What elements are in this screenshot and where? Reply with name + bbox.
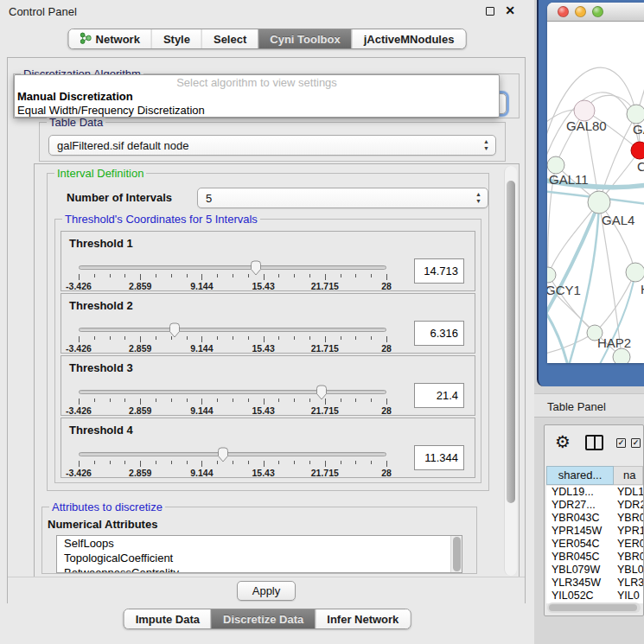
network-edge-highlighted[interactable] (547, 307, 568, 363)
table-data-label: Table Data (47, 116, 105, 129)
node-label: C (637, 159, 644, 174)
tab-jactivemnodules[interactable]: jActiveMNodules (352, 29, 466, 48)
network-node-c[interactable] (631, 142, 644, 159)
threshold-slider[interactable] (79, 328, 386, 332)
tab-cyni-toolbox[interactable]: Cyni Toolbox (258, 29, 351, 48)
table-row[interactable]: YBL079WYBL0 (546, 564, 643, 577)
network-node-h[interactable] (626, 263, 644, 282)
cell-shared-name[interactable]: YBL079W (546, 564, 614, 577)
tab-select[interactable]: Select (201, 29, 258, 48)
attribute-item-betweennesscentrality[interactable]: BetweennessCentrality (57, 565, 462, 573)
attributes-scrollbar-thumb[interactable] (453, 537, 461, 571)
tick-label: -3.426 (66, 468, 92, 478)
cell-shared-name[interactable]: YIL052C (546, 590, 614, 603)
cell-shared-name[interactable]: YBR043C (546, 512, 614, 525)
cell-name[interactable]: YDL1 (614, 486, 643, 499)
close-traffic-light-icon[interactable] (558, 6, 569, 17)
cell-name[interactable]: YIL0 (614, 590, 643, 603)
table-row[interactable]: YDR27...YDR2 (546, 499, 643, 512)
panel-scrollbar-thumb[interactable] (507, 181, 515, 503)
cell-name[interactable]: YBR0 (614, 512, 643, 525)
cell-name[interactable]: YBR0 (614, 551, 643, 564)
table-data-combobox[interactable]: galFiltered.sif default node ▲▼ (48, 135, 496, 156)
minimize-traffic-light-icon[interactable] (575, 6, 586, 17)
cell-shared-name[interactable]: YDL19... (546, 486, 614, 499)
threshold-label: Threshold 1 (69, 237, 133, 250)
cell-name[interactable]: YLR3 (614, 577, 643, 590)
cell-name[interactable]: YBL0 (614, 564, 643, 577)
network-graph: GAL80GACGAL11GAL4GCY1HHAP2 (547, 22, 644, 363)
cell-shared-name[interactable]: YPR145W (546, 525, 614, 538)
table-row[interactable]: YBR043CYBR0 (546, 512, 643, 525)
attributes-group-label: Attributes to discretize (49, 501, 165, 513)
algorithm-option-equal-width-frequency-discretization[interactable]: Equal Width/Frequency Discretization (15, 104, 499, 118)
network-node[interactable] (613, 348, 630, 363)
tick-label: 15.43 (252, 405, 274, 416)
table-hscrollbar-thumb[interactable] (549, 604, 637, 611)
table-row[interactable]: YIL052CYIL0 (546, 590, 643, 603)
attribute-item-topologicalcoefficient[interactable]: TopologicalCoefficient (57, 551, 462, 565)
threshold-value-field[interactable]: 11.344 (414, 445, 464, 470)
attribute-item-selfloops[interactable]: SelfLoops (57, 536, 462, 551)
number-of-intervals-combobox[interactable]: 5 ▲▼ (197, 188, 488, 208)
zoom-traffic-light-icon[interactable] (592, 6, 603, 17)
checkbox-icon[interactable]: ✓ (616, 438, 626, 448)
network-window: GAL80GACGAL11GAL4GCY1HHAP2 (547, 3, 644, 363)
network-node-gal11[interactable] (547, 156, 564, 174)
column-header-name[interactable]: na (614, 466, 643, 485)
bottom-tab-discretize-data[interactable]: Discretize Data (211, 609, 315, 628)
number-of-intervals-value: 5 (206, 192, 212, 205)
interval-definition-label: Interval Definition (54, 167, 146, 180)
tick-label: 2.859 (129, 281, 151, 291)
attributes-scrollbar[interactable] (450, 536, 462, 572)
bottom-tab-impute-data[interactable]: Impute Data (124, 609, 211, 628)
cell-name[interactable]: YER0 (614, 538, 643, 551)
cell-shared-name[interactable]: YER054C (546, 538, 614, 551)
algorithm-dropdown-popup: Select algorithm to view settings Manual… (14, 74, 500, 118)
apply-button[interactable]: Apply (237, 581, 296, 601)
table-horizontal-scrollbar[interactable] (547, 603, 641, 613)
network-node-gal4[interactable] (588, 191, 610, 214)
network-node-ga[interactable] (627, 105, 644, 124)
tick-label: 9.144 (190, 405, 213, 416)
cell-shared-name[interactable]: YBR045C (546, 551, 614, 564)
threshold-value-field[interactable]: 6.316 (414, 321, 464, 346)
node-label: HAP2 (597, 335, 631, 350)
table-row[interactable]: YPR145WYPR1 (546, 525, 643, 538)
panel-vertical-scrollbar[interactable] (504, 166, 517, 576)
table-row[interactable]: YLR345WYLR3 (546, 577, 643, 590)
close-icon[interactable]: ✕ (505, 3, 515, 17)
threshold-slider[interactable] (79, 265, 386, 270)
gear-icon[interactable]: ⚙ (555, 431, 571, 452)
network-node-gcy1[interactable] (547, 267, 556, 283)
algorithm-placeholder-option[interactable]: Select algorithm to view settings (15, 76, 499, 90)
threshold-slider[interactable] (79, 452, 386, 456)
column-view-icon[interactable] (585, 435, 603, 450)
threshold-value-field[interactable]: 21.4 (414, 383, 464, 408)
table-row[interactable]: YBR045CYBR0 (546, 551, 643, 564)
cell-name[interactable]: YDR2 (614, 499, 643, 512)
numerical-attributes-list[interactable]: SelfLoopsTopologicalCoefficientBetweenne… (56, 535, 462, 573)
tab-network[interactable]: Network (69, 29, 151, 48)
network-canvas[interactable]: GAL80GACGAL11GAL4GCY1HHAP2 (547, 22, 644, 363)
tab-style[interactable]: Style (151, 29, 201, 48)
algorithm-option-manual-discretization[interactable]: Manual Discretization (15, 90, 499, 104)
threshold-value-field[interactable]: 14.713 (414, 258, 464, 284)
cell-shared-name[interactable]: YDR27... (546, 499, 614, 512)
control-panel-titlebar: Control Panel ✕ (0, 0, 534, 22)
tick-label: 15.43 (252, 343, 274, 354)
table-row[interactable]: YER054CYER0 (546, 538, 643, 551)
checkbox-icon[interactable]: ✓ (631, 438, 641, 448)
table-panel-region: Table Panel ⚙ ✓ ✓ shared... na YDL19...Y… (534, 386, 644, 644)
cell-name[interactable]: YPR1 (614, 525, 643, 538)
threshold-slider[interactable] (79, 390, 386, 394)
bottom-tab-infer-network[interactable]: Infer Network (315, 609, 410, 628)
cell-shared-name[interactable]: YLR345W (546, 577, 614, 590)
slider-ticks (79, 461, 386, 468)
float-window-icon[interactable] (486, 7, 494, 16)
table-row[interactable]: YDL19...YDL1 (546, 486, 643, 499)
network-window-titlebar[interactable] (547, 3, 644, 22)
tick-label: 15.43 (252, 281, 274, 291)
bottom-tab-label: Infer Network (327, 613, 399, 626)
column-header-shared-name[interactable]: shared... (546, 466, 614, 485)
